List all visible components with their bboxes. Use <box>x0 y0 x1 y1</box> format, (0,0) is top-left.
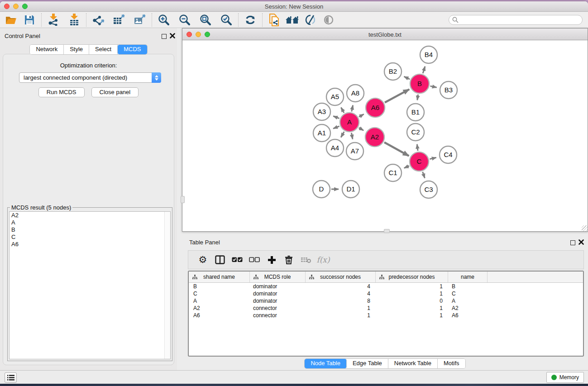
graph-edge-B-B4[interactable] <box>423 67 425 73</box>
graph-node-A6[interactable]: A6 <box>366 98 385 117</box>
network-canvas[interactable]: B4B2BB3A8A5A6A3B1AA1C2A2A4A7C4CC1DD1C3 <box>182 40 588 231</box>
network-left-handle[interactable] <box>181 196 185 203</box>
function-builder-icon[interactable]: f(x) <box>315 253 332 267</box>
graph-node-A5[interactable]: A5 <box>326 88 344 105</box>
graph-node-B1[interactable]: B1 <box>407 104 424 121</box>
table-tab-network-table[interactable]: Network Table <box>388 359 438 368</box>
graph-edge-B-B1[interactable] <box>417 95 418 100</box>
column-header-successor-nodes[interactable]: successor nodes <box>306 272 376 282</box>
deselect-all-icon[interactable] <box>246 253 263 267</box>
table-row[interactable]: A2connector11A2 <box>189 305 583 312</box>
float-panel-icon[interactable] <box>570 240 575 245</box>
zoom-out-icon[interactable] <box>177 13 192 27</box>
float-panel-icon[interactable] <box>162 34 167 39</box>
graph-node-B2[interactable]: B2 <box>384 63 402 80</box>
column-header-shared-name[interactable]: shared name <box>189 272 250 282</box>
tab-network[interactable]: Network <box>30 45 64 54</box>
export-table-icon[interactable] <box>111 13 127 27</box>
graph-edge-A-A5[interactable] <box>341 107 344 113</box>
open-session-icon[interactable] <box>4 13 19 27</box>
criterion-select[interactable]: largest connected component (directed) <box>19 72 161 83</box>
graph-node-C3[interactable]: C3 <box>420 181 437 198</box>
graph-node-D[interactable]: D <box>313 181 330 198</box>
tab-style[interactable]: Style <box>64 45 89 54</box>
network-resize-grip[interactable] <box>582 225 588 231</box>
graph-edge-B-B3[interactable] <box>430 86 436 87</box>
graph-edge-B-B2[interactable] <box>404 76 410 79</box>
graph-node-A1[interactable]: A1 <box>313 124 330 142</box>
graph-node-A7[interactable]: A7 <box>346 143 363 160</box>
graph-node-C2[interactable]: C2 <box>407 124 424 141</box>
home-icon[interactable] <box>285 13 300 27</box>
graph-edge-C-C4[interactable] <box>430 157 436 159</box>
graph-node-B4[interactable]: B4 <box>420 46 437 63</box>
export-network-icon[interactable] <box>91 13 106 27</box>
table-tab-edge-table[interactable]: Edge Table <box>347 359 388 368</box>
refresh-icon[interactable] <box>243 13 258 27</box>
delete-table-icon[interactable] <box>297 253 315 267</box>
zoom-fit-icon[interactable] <box>198 13 213 27</box>
gear-icon[interactable]: ⚙ <box>194 253 211 267</box>
column-header-MCDS-role[interactable]: MCDS role <box>250 272 306 282</box>
tab-select[interactable]: Select <box>89 45 118 54</box>
graph-node-A[interactable]: A <box>340 113 359 132</box>
graph-edge-A-A1[interactable] <box>333 126 339 129</box>
mcds-result-item[interactable]: B <box>10 226 170 234</box>
mcds-result-item[interactable]: C <box>10 234 170 241</box>
table-tab-motifs[interactable]: Motifs <box>438 359 465 368</box>
add-column-icon[interactable] <box>263 253 280 267</box>
eye-icon[interactable] <box>321 13 336 27</box>
graph-edge-A-A8[interactable] <box>352 105 353 111</box>
graph-edge-A-A7[interactable] <box>351 133 353 139</box>
graph-node-A8[interactable]: A8 <box>347 85 364 102</box>
graph-edge-A-A3[interactable] <box>333 116 339 119</box>
run-mcds-button[interactable]: Run MCDS <box>38 87 85 97</box>
table-row[interactable]: Cdominator41C <box>189 290 583 297</box>
columns-icon[interactable] <box>211 253 229 267</box>
mcds-result-item[interactable]: A2 <box>10 212 170 219</box>
graph-edge-C-C1[interactable] <box>404 166 409 168</box>
zoom-selected-icon[interactable] <box>219 13 234 27</box>
select-all-icon[interactable] <box>229 253 246 267</box>
save-session-icon[interactable] <box>22 13 37 27</box>
graph-node-A3[interactable]: A3 <box>313 103 330 120</box>
graph-node-B[interactable]: B <box>410 74 429 93</box>
table-row[interactable]: A6connector11A6 <box>189 312 583 319</box>
graph-node-A2[interactable]: A2 <box>365 128 384 147</box>
mcds-result-item[interactable]: A <box>10 219 170 226</box>
graph-node-C1[interactable]: C1 <box>384 164 402 181</box>
close-panel-icon[interactable] <box>170 33 175 38</box>
memory-button[interactable]: Memory <box>546 372 584 383</box>
hide-panels-icon[interactable] <box>303 13 318 27</box>
close-panel-button[interactable]: Close panel <box>91 87 139 97</box>
table-row[interactable]: Bdominator41B <box>189 283 583 290</box>
export-image-icon[interactable] <box>132 13 148 27</box>
delete-icon[interactable] <box>280 253 297 267</box>
search-input[interactable] <box>449 15 583 25</box>
graph-node-A4[interactable]: A4 <box>326 139 344 157</box>
clone-network-icon[interactable] <box>267 13 282 27</box>
tab-mcds[interactable]: MCDS <box>118 45 147 54</box>
table-tab-node-table[interactable]: Node Table <box>305 359 347 368</box>
graph-edge-A-A4[interactable] <box>341 132 344 138</box>
graph-edge-C-C3[interactable] <box>423 172 425 178</box>
import-table-icon[interactable] <box>67 13 82 27</box>
graph-edge-A2-C[interactable] <box>384 143 409 156</box>
column-header-predecessor-nodes[interactable]: predecessor nodes <box>376 272 448 282</box>
graph-node-D1[interactable]: D1 <box>342 181 359 198</box>
close-panel-icon[interactable] <box>578 239 584 245</box>
mcds-list-scrollbar[interactable] <box>164 212 170 359</box>
graph-edge-A-A6[interactable] <box>359 114 364 117</box>
graph-node-B3[interactable]: B3 <box>440 81 457 99</box>
graph-edge-C-C2[interactable] <box>417 144 418 151</box>
graph-edge-A6-B[interactable] <box>385 89 409 102</box>
network-bottom-handle[interactable] <box>384 229 390 233</box>
zoom-in-icon[interactable] <box>156 13 172 27</box>
graph-node-C4[interactable]: C4 <box>440 146 457 163</box>
task-history-button[interactable] <box>5 372 17 383</box>
graph-node-C[interactable]: C <box>410 152 429 171</box>
graph-edge-A-A2[interactable] <box>359 128 363 130</box>
table-row[interactable]: Adominator80A <box>189 297 583 305</box>
import-network-icon[interactable] <box>46 13 61 27</box>
column-header-name[interactable]: name <box>448 272 488 282</box>
